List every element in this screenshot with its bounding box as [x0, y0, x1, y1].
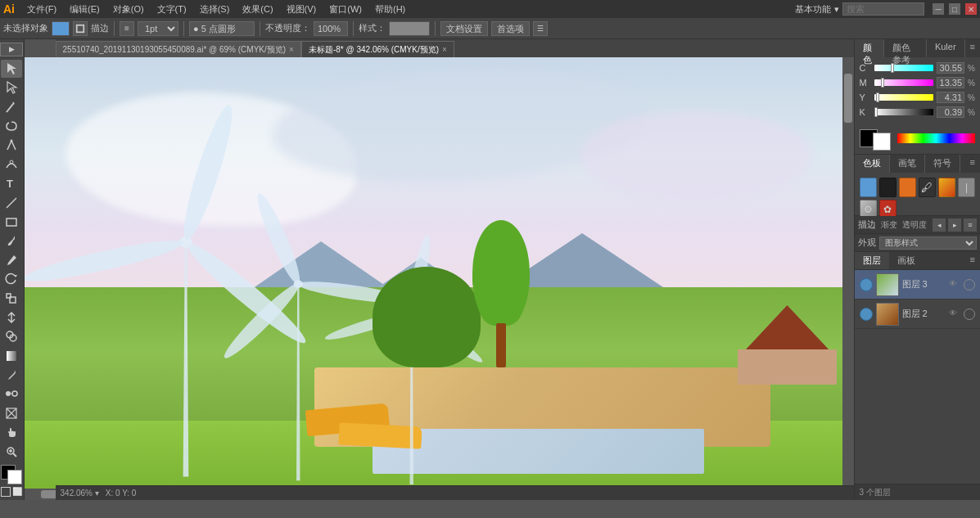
- symbols-tab[interactable]: 符号: [925, 155, 960, 173]
- blend-tool[interactable]: [1, 385, 22, 403]
- k-slider[interactable]: [874, 109, 934, 115]
- menu-effect[interactable]: 效果(C): [237, 2, 278, 17]
- shape-builder-tool[interactable]: [1, 327, 22, 345]
- menu-file[interactable]: 文件(F): [21, 2, 62, 17]
- stroke-weight-select[interactable]: 1pt2pt: [138, 21, 178, 36]
- kuler-tab[interactable]: Kuler: [927, 39, 965, 57]
- menu-edit[interactable]: 编辑(E): [64, 2, 106, 17]
- magic-wand-tool[interactable]: [1, 98, 22, 116]
- scale-tool[interactable]: [1, 289, 22, 307]
- preferences-button[interactable]: 首选项: [491, 21, 530, 36]
- y-slider[interactable]: [874, 94, 934, 101]
- background-color[interactable]: [873, 133, 891, 151]
- opacity-label-panel[interactable]: 透明度: [902, 219, 927, 231]
- stroke-icon[interactable]: [73, 21, 88, 36]
- selection-tool[interactable]: [1, 60, 22, 78]
- tab-file-2[interactable]: 未标题-8* @ 342.06% (CMYK/预览) ×: [301, 41, 454, 57]
- zoom-tool[interactable]: [1, 442, 22, 460]
- layer-item-2[interactable]: 图层 2 👁: [855, 300, 980, 329]
- layer-2-circle[interactable]: [964, 309, 975, 320]
- layer-item-3[interactable]: 图层 3 👁: [855, 270, 980, 300]
- pen-tool[interactable]: [1, 136, 22, 154]
- vertical-scroll-thumb[interactable]: [844, 74, 852, 123]
- doc-settings-button[interactable]: 文档设置: [440, 21, 488, 36]
- toolbar-expand[interactable]: ▶: [0, 43, 23, 56]
- vertical-scrollbar[interactable]: [842, 57, 854, 489]
- more-options-icon[interactable]: ☰: [533, 21, 548, 36]
- y-value[interactable]: 4.31: [937, 92, 964, 103]
- lasso-tool[interactable]: [1, 117, 22, 135]
- close-button[interactable]: ✕: [965, 3, 977, 15]
- tab-file-1[interactable]: 25510740_20191130193055450089.ai* @ 69% …: [56, 41, 301, 57]
- no-fill-icon[interactable]: [1, 487, 11, 497]
- color-guide-tab[interactable]: 颜色参考: [884, 39, 927, 57]
- brushes-tab[interactable]: 画笔: [890, 155, 925, 173]
- rotate-tool[interactable]: [1, 270, 22, 288]
- layers-merge[interactable]: ▸: [948, 218, 961, 232]
- menu-window[interactable]: 窗口(W): [323, 2, 368, 17]
- gradient-label-panel[interactable]: 渐变: [881, 219, 897, 231]
- swatches-tab[interactable]: 色板: [855, 155, 890, 173]
- color-swatches-toolbar[interactable]: [1, 465, 22, 484]
- restore-button[interactable]: □: [949, 3, 960, 15]
- workspace-dropdown-icon[interactable]: ▾: [834, 4, 839, 15]
- layers-delete[interactable]: ≡: [964, 218, 977, 232]
- c-value[interactable]: 30.55: [937, 62, 964, 74]
- m-thumb[interactable]: [881, 78, 884, 88]
- style-dropdown[interactable]: 图形样式: [879, 236, 977, 250]
- gradient-tool[interactable]: [1, 347, 22, 365]
- menu-object[interactable]: 对象(O): [107, 2, 150, 17]
- color-tab[interactable]: 颜色: [855, 39, 884, 57]
- eyedropper-tool[interactable]: [1, 366, 22, 384]
- menu-type[interactable]: 文字(T): [151, 2, 192, 17]
- slice-tool[interactable]: [1, 404, 22, 422]
- search-input[interactable]: [842, 2, 924, 16]
- layer-3-circle[interactable]: [964, 279, 975, 291]
- direct-selection-tool[interactable]: [1, 79, 22, 97]
- k-value[interactable]: 0.39: [937, 106, 964, 118]
- hand-tool[interactable]: [1, 423, 22, 441]
- k-thumb[interactable]: [874, 107, 878, 117]
- fill-mode-toggle[interactable]: ⬜: [1, 487, 22, 497]
- swatch-pipe[interactable]: |: [958, 178, 975, 197]
- style-swatch[interactable]: [389, 21, 430, 36]
- color-spectrum[interactable]: [897, 133, 975, 143]
- layer-2-visibility[interactable]: 👁: [949, 309, 960, 320]
- c-thumb[interactable]: [891, 63, 894, 73]
- artboards-tab[interactable]: 画板: [889, 252, 924, 269]
- swatch-orange[interactable]: [899, 178, 916, 197]
- line-tool[interactable]: [1, 194, 22, 212]
- m-slider[interactable]: [874, 79, 934, 86]
- layers-panel-menu[interactable]: ≡: [965, 252, 980, 269]
- stroke-label-panel[interactable]: 描边: [858, 218, 876, 231]
- swatch-yellow-circle[interactable]: [938, 178, 955, 197]
- menu-view[interactable]: 视图(V): [281, 2, 323, 17]
- pencil-tool[interactable]: [1, 251, 22, 269]
- type-tool[interactable]: T: [1, 174, 22, 192]
- swatch-black[interactable]: [879, 178, 896, 197]
- layers-tab[interactable]: 图层: [855, 252, 889, 269]
- canvas-area[interactable]: [25, 57, 854, 500]
- menu-help[interactable]: 帮助(H): [369, 2, 411, 17]
- point-shape-label[interactable]: ● 5 点圆形: [189, 21, 255, 36]
- rectangle-tool[interactable]: [1, 213, 22, 231]
- swatch-blue[interactable]: [860, 178, 877, 197]
- fill-swatch[interactable]: [52, 21, 70, 36]
- m-value[interactable]: 13.35: [937, 77, 964, 88]
- c-slider[interactable]: [874, 65, 934, 71]
- paintbrush-tool[interactable]: [1, 232, 22, 250]
- width-tool[interactable]: [1, 309, 22, 327]
- layers-make-layer[interactable]: ◂: [933, 218, 946, 232]
- y-thumb[interactable]: [876, 92, 879, 102]
- color-panel-menu[interactable]: ≡: [965, 39, 980, 57]
- minimize-button[interactable]: ─: [933, 3, 944, 15]
- curvature-tool[interactable]: [1, 155, 22, 173]
- layer-3-visibility[interactable]: 👁: [949, 279, 960, 291]
- tab-1-close[interactable]: ×: [289, 45, 294, 54]
- menu-select[interactable]: 选择(S): [194, 2, 236, 17]
- opacity-input[interactable]: [314, 21, 348, 36]
- tab-2-close[interactable]: ×: [442, 45, 447, 54]
- fill-icon[interactable]: ⬜: [12, 487, 22, 497]
- stroke-weight-icon[interactable]: ≡: [120, 21, 134, 36]
- swatches-panel-menu[interactable]: ≡: [965, 155, 980, 173]
